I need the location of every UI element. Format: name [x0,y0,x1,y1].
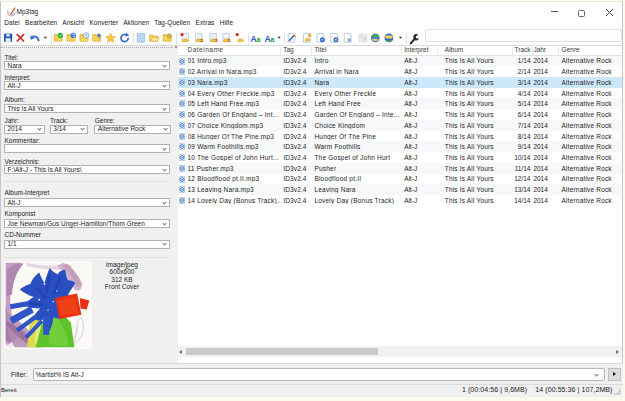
svg-text:a: a [270,36,274,43]
svg-text:a: a [257,36,261,43]
